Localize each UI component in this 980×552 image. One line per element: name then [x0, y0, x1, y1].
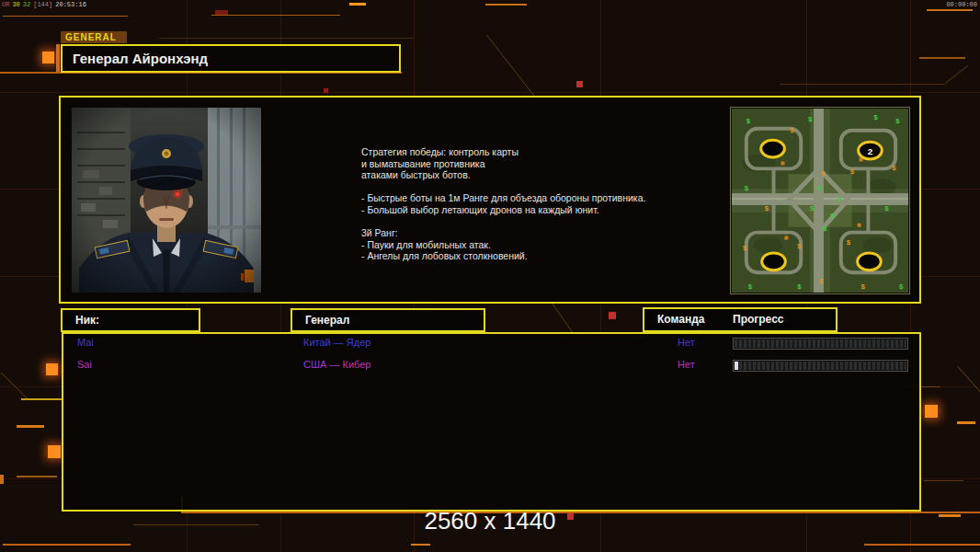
- svg-text:$: $: [838, 195, 842, 203]
- game-screen: UR3032[144]20:53:16 00:00:00 GENERAL Ген…: [0, 0, 980, 552]
- page-title: Генерал Айронхэнд: [63, 46, 399, 71]
- nick-header-label: Ник:: [63, 310, 199, 330]
- svg-text:$: $: [895, 117, 900, 125]
- svg-text:$: $: [873, 113, 878, 121]
- svg-text:$: $: [821, 169, 826, 178]
- svg-text:$: $: [892, 164, 896, 172]
- column-header-general: Генерал: [291, 308, 485, 332]
- svg-text:$: $: [819, 277, 824, 285]
- general-portrait-art: [72, 108, 261, 293]
- svg-text:$: $: [823, 224, 827, 233]
- stats-label: UR: [2, 1, 9, 8]
- column-header-team-progress: Команда Прогресс: [643, 307, 838, 332]
- general-header-label: Генерал: [292, 310, 484, 330]
- svg-text:$: $: [746, 117, 751, 125]
- svg-text:$: $: [817, 184, 822, 192]
- progress-header-label: Прогресс: [733, 309, 783, 329]
- fps-stats-overlay: UR3032[144]20:53:16: [2, 1, 89, 8]
- player-team: Нет: [678, 358, 695, 371]
- minimap: $$$$ $$$$ $$$$ $$ $$$$ $$$$ $$: [730, 107, 910, 294]
- player-progress-bar: [733, 360, 908, 372]
- general-portrait: [72, 108, 261, 293]
- column-header-nick: Ник:: [61, 308, 200, 332]
- minimap-art: $$$$ $$$$ $$$$ $$ $$$$ $$$$ $$: [732, 109, 908, 293]
- svg-text:$: $: [847, 238, 851, 247]
- svg-text:$: $: [861, 282, 866, 291]
- player-general: США — Кибер: [303, 358, 370, 371]
- resolution-label: 2560 x 1440: [424, 507, 555, 535]
- svg-text:$: $: [810, 204, 815, 213]
- player-nick: Mai: [77, 336, 94, 349]
- stats-value-2: 32: [23, 1, 30, 8]
- stats-value-1: 30: [12, 1, 19, 8]
- progress-segments: [735, 362, 906, 370]
- svg-text:$: $: [899, 282, 904, 291]
- progress-fill: [735, 362, 738, 370]
- strategy-description: Стратегия победы: контроль карты и вымат…: [361, 146, 665, 262]
- player-nick: Sai: [77, 358, 92, 371]
- svg-text:$: $: [797, 282, 802, 291]
- player-progress-bar: [733, 338, 908, 350]
- player-team: Нет: [678, 336, 695, 349]
- svg-text:$: $: [797, 242, 802, 250]
- stats-cap: [144]: [33, 1, 52, 8]
- general-title-box: Генерал Айронхэнд: [61, 44, 401, 73]
- svg-text:$: $: [765, 204, 769, 213]
- svg-text:$: $: [745, 184, 749, 192]
- player-general: Китай — Ядер: [303, 336, 370, 349]
- svg-text:$: $: [743, 244, 747, 252]
- svg-text:$: $: [830, 212, 835, 220]
- progress-segments: [735, 339, 906, 348]
- tab-general: GENERAL: [61, 31, 127, 43]
- svg-text:$: $: [748, 282, 753, 291]
- svg-text:$: $: [850, 167, 855, 176]
- match-timer: 00:00:00: [946, 1, 977, 8]
- svg-text:$: $: [808, 115, 813, 123]
- stats-time: 20:53:16: [55, 1, 86, 8]
- minimap-start-badge: 2: [868, 146, 873, 156]
- team-header-label: Команда: [644, 309, 704, 329]
- svg-text:$: $: [884, 204, 889, 213]
- svg-text:$: $: [790, 126, 794, 134]
